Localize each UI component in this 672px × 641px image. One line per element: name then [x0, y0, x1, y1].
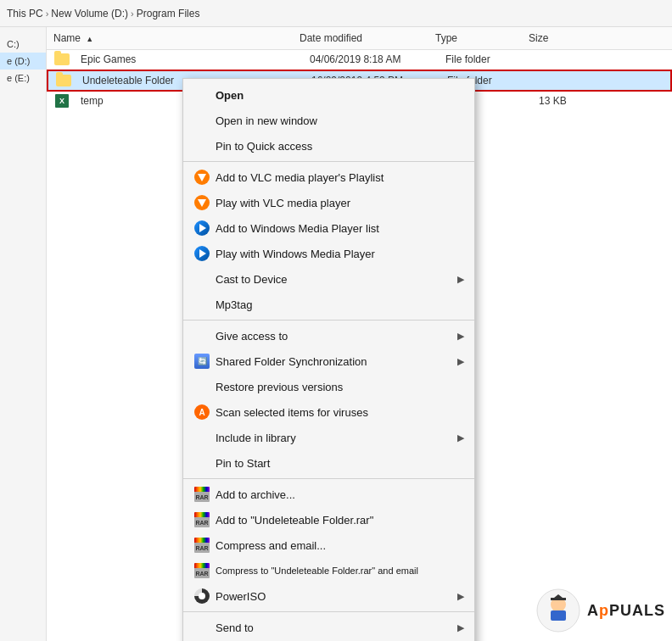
no-icon	[193, 454, 210, 471]
menu-item-add-wmp-text: Add to Windows Media Player list	[216, 222, 464, 235]
menu-item-give-access[interactable]: Give access to ▶	[183, 323, 474, 348]
vlc-icon	[193, 194, 210, 211]
breadcrumb[interactable]: This PC › New Volume (D:) › Program File…	[7, 8, 199, 20]
menu-item-restore-prev[interactable]: Restore previous versions	[183, 374, 474, 399]
menu-item-add-vlc-playlist[interactable]: Add to VLC media player's Playlist	[183, 164, 474, 190]
no-icon	[193, 378, 210, 395]
menu-item-add-wmp-list[interactable]: Add to Windows Media Player list	[183, 215, 474, 241]
menu-item-scan-text: Scan selected items for viruses	[216, 406, 464, 419]
menu-item-play-vlc[interactable]: Play with VLC media player	[183, 190, 474, 215]
poweriso-icon	[193, 588, 210, 605]
sidebar-item-c[interactable]: C:)	[0, 36, 46, 53]
menu-item-compress-rar-text: Compress to "Undeleteable Folder.rar" an…	[216, 566, 464, 576]
no-icon	[193, 86, 210, 103]
shared-folder-icon: 🔄	[193, 353, 210, 370]
watermark-logo-svg	[535, 588, 582, 634]
wmp-icon	[193, 220, 210, 237]
menu-item-poweriso[interactable]: PowerISO ▶	[183, 583, 474, 609]
col-header-type[interactable]: Type	[428, 31, 522, 46]
menu-item-restore-text: Restore previous versions	[216, 381, 464, 393]
menu-divider	[183, 320, 474, 320]
breadcrumb-program-files[interactable]: Program Files	[137, 8, 200, 20]
menu-item-add-archive[interactable]: RAR Add to archive...	[183, 482, 474, 507]
menu-item-compress-rar-email[interactable]: RAR Compress to "Undeleteable Folder.rar…	[183, 558, 474, 583]
breadcrumb-new-volume[interactable]: New Volume (D:)	[51, 8, 128, 20]
menu-item-cast-text: Cast to Device	[216, 273, 457, 286]
menu-item-play-wmp-text: Play with Windows Media Player	[216, 248, 464, 260]
folder-icon	[53, 53, 70, 66]
svg-rect-2	[551, 610, 566, 621]
breadcrumb-sep-1: ›	[46, 8, 49, 19]
submenu-arrow: ▶	[457, 432, 464, 443]
col-header-name[interactable]: Name ▲	[47, 31, 293, 46]
context-menu: Open Open in new window Pin to Quick acc…	[182, 78, 475, 641]
no-icon	[193, 270, 210, 287]
sidebar: C:) e (D:) e (E:)	[0, 27, 47, 641]
menu-item-compress-email[interactable]: RAR Compress and email...	[183, 532, 474, 558]
menu-item-scan-viruses[interactable]: A Scan selected items for viruses	[183, 399, 474, 425]
menu-item-send-to-text: Send to	[216, 621, 457, 634]
menu-item-include-library[interactable]: Include in library ▶	[183, 425, 474, 450]
file-type-epic-games: File folder	[439, 53, 532, 65]
sort-arrow-name: ▲	[86, 35, 93, 43]
watermark-text: ApPUALS	[587, 602, 665, 620]
submenu-arrow: ▶	[457, 591, 464, 602]
no-icon	[193, 327, 210, 344]
menu-divider	[183, 478, 474, 479]
menu-item-pin-start[interactable]: Pin to Start	[183, 450, 474, 476]
menu-item-open-new-window-text: Open in new window	[216, 114, 464, 127]
menu-item-add-vlc-text: Add to VLC media player's Playlist	[216, 171, 464, 184]
avast-icon: A	[193, 404, 210, 421]
watermark: ApPUALS	[535, 588, 665, 634]
menu-item-add-rar[interactable]: RAR Add to "Undeleteable Folder.rar"	[183, 507, 474, 532]
address-bar: This PC › New Volume (D:) › Program File…	[0, 0, 672, 27]
submenu-arrow: ▶	[457, 331, 464, 342]
menu-item-pin-start-text: Pin to Start	[216, 457, 464, 470]
col-header-date[interactable]: Date modified	[293, 31, 428, 46]
no-icon	[193, 137, 210, 154]
menu-item-shared-folder-text: Shared Folder Synchronization	[216, 355, 457, 368]
winrar-icon: RAR	[193, 562, 210, 579]
menu-item-include-text: Include in library	[216, 432, 457, 444]
svg-rect-3	[551, 598, 566, 600]
sidebar-item-e[interactable]: e (E:)	[0, 70, 46, 86]
winrar-icon: RAR	[193, 511, 210, 528]
column-headers: Name ▲ Date modified Type Size	[47, 27, 672, 50]
file-date-epic-games: 04/06/2019 8:18 AM	[303, 53, 439, 65]
no-icon	[193, 112, 210, 129]
menu-item-pin-quick-access[interactable]: Pin to Quick access	[183, 133, 474, 159]
no-icon	[193, 619, 210, 636]
menu-item-send-to[interactable]: Send to ▶	[183, 615, 474, 640]
menu-item-open-text: Open	[216, 89, 464, 102]
table-row[interactable]: Epic Games 04/06/2019 8:18 AM File folde…	[47, 50, 672, 70]
sidebar-item-d[interactable]: e (D:)	[0, 53, 46, 70]
menu-divider	[183, 161, 474, 162]
menu-item-play-vlc-text: Play with VLC media player	[216, 197, 464, 209]
breadcrumb-sep-2: ›	[131, 8, 134, 19]
menu-item-compress-email-text: Compress and email...	[216, 539, 464, 552]
main-area: C:) e (D:) e (E:) Name ▲ Date modified T…	[0, 27, 672, 641]
excel-icon: X	[53, 94, 70, 108]
no-icon	[193, 296, 210, 313]
menu-item-shared-folder-sync[interactable]: 🔄 Shared Folder Synchronization ▶	[183, 348, 474, 374]
file-list: Name ▲ Date modified Type Size Epic Game…	[47, 27, 672, 641]
menu-item-poweriso-text: PowerISO	[216, 590, 457, 603]
menu-item-open[interactable]: Open	[183, 82, 474, 108]
menu-item-add-rar-text: Add to "Undeleteable Folder.rar"	[216, 514, 464, 527]
breadcrumb-this-pc[interactable]: This PC	[7, 8, 43, 20]
winrar-icon: RAR	[193, 486, 210, 503]
menu-item-add-archive-text: Add to archive...	[216, 488, 464, 501]
menu-item-cast-device[interactable]: Cast to Device ▶	[183, 266, 474, 292]
winrar-icon: RAR	[193, 537, 210, 554]
menu-item-mp3tag-text: Mp3tag	[216, 298, 464, 311]
submenu-arrow: ▶	[457, 274, 464, 285]
file-size-temp: 13 KB	[532, 95, 600, 107]
menu-item-open-new-window[interactable]: Open in new window	[183, 108, 474, 133]
menu-item-play-wmp[interactable]: Play with Windows Media Player	[183, 241, 474, 266]
menu-item-mp3tag[interactable]: Mp3tag	[183, 292, 474, 317]
file-name-epic-games: Epic Games	[74, 53, 303, 65]
folder-icon	[55, 74, 72, 87]
wmp-icon	[193, 245, 210, 262]
col-header-size[interactable]: Size	[522, 31, 590, 46]
menu-item-pin-text: Pin to Quick access	[216, 140, 464, 153]
